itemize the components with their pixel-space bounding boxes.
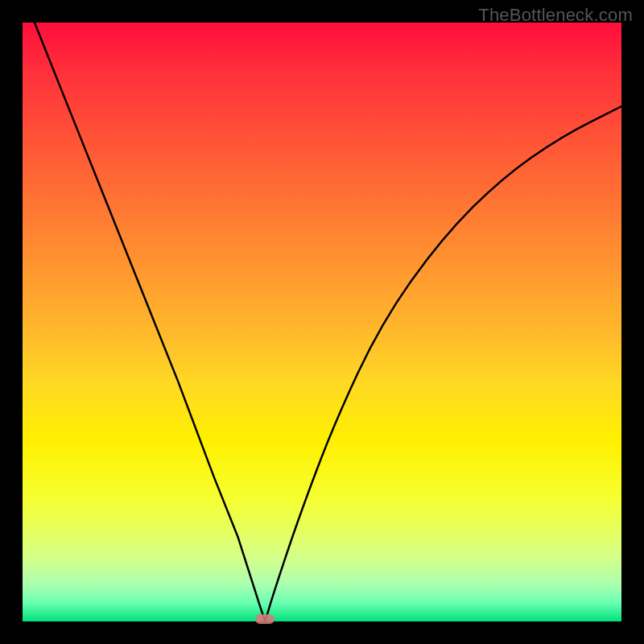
plot-area: [23, 23, 621, 621]
chart-container: TheBottleneck.com: [0, 0, 644, 644]
bottleneck-curve: [35, 23, 621, 621]
watermark-text: TheBottleneck.com: [478, 5, 633, 26]
bottleneck-curve-svg: [23, 23, 621, 621]
optimum-marker: [255, 614, 275, 624]
